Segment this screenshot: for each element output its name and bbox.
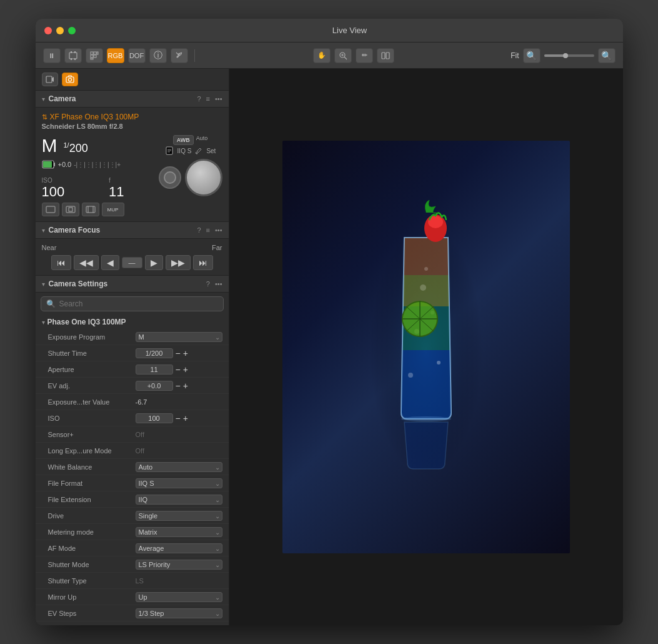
grid-button[interactable]	[86, 48, 103, 63]
zoom-slider[interactable]	[544, 54, 594, 57]
zoom-out-button[interactable]: 🔍	[523, 48, 541, 63]
af-area-btn[interactable]	[62, 203, 79, 216]
rgb-button[interactable]: RGB	[107, 48, 124, 63]
close-button[interactable]	[44, 27, 52, 34]
focus-panel-header[interactable]: ▾ Camera Focus ? ≡ •••	[36, 222, 229, 239]
focus-help-icon[interactable]: ?	[197, 226, 201, 234]
stepper-plus[interactable]: +	[183, 381, 188, 391]
shutter-display: 1/200	[64, 141, 88, 155]
settings-row: ISO100−+	[36, 410, 229, 426]
focus-near-fast-btn[interactable]: ⏭	[193, 255, 213, 270]
camera-chevron-icon: ▾	[42, 96, 45, 103]
focus-section: ▾ Camera Focus ? ≡ ••• Near Far ⏮	[36, 222, 229, 276]
near-far-labels: Near Far	[42, 244, 222, 251]
settings-value: 1/3 Step	[136, 608, 222, 618]
camera-panel-header[interactable]: ▾ Camera ? ≡ •••	[36, 91, 229, 108]
settings-row: AF ModeAverage	[36, 540, 229, 556]
stepper-plus[interactable]: +	[183, 348, 188, 358]
stepper-minus[interactable]: −	[176, 413, 181, 423]
focus-far-step-btn[interactable]: ▶	[145, 255, 163, 270]
stepper-minus[interactable]: −	[176, 381, 181, 391]
focus-chevron-icon: ▾	[42, 227, 45, 234]
stepper-plus[interactable]: +	[183, 365, 188, 375]
svg-point-51	[401, 416, 451, 421]
camera-lens: Schneider LS 80mm f/2.8	[42, 123, 222, 130]
settings-select[interactable]: Auto	[136, 462, 222, 472]
settings-value: 100−+	[136, 413, 222, 423]
stepper-plus[interactable]: +	[183, 413, 188, 423]
stepper-value: 11	[140, 366, 169, 373]
settings-value: M	[136, 332, 222, 342]
settings-select[interactable]: Matrix	[136, 527, 222, 537]
camera-tab[interactable]	[62, 73, 78, 86]
svg-rect-1	[71, 51, 72, 53]
split-view-button[interactable]	[377, 48, 394, 63]
minimize-button[interactable]	[56, 27, 64, 34]
iso-value: 100	[42, 185, 65, 199]
camera-more-icon[interactable]: •••	[215, 95, 222, 103]
settings-select[interactable]: LS Priority	[136, 560, 222, 570]
title-bar: Live View	[36, 19, 623, 43]
focus-far-btn[interactable]: ◀◀	[74, 255, 99, 270]
file-icon	[165, 146, 174, 155]
settings-row: Shutter Time1/200−+	[36, 345, 229, 361]
settings-label: Exposure...ter Value	[48, 398, 136, 406]
settings-value: 11−+	[136, 365, 222, 375]
eyedropper-button[interactable]: ✏	[356, 48, 373, 63]
settings-value: Average	[136, 543, 222, 553]
focus-list-icon[interactable]: ≡	[206, 226, 210, 234]
settings-select[interactable]: Single	[136, 511, 222, 521]
settings-value: IIQ	[136, 495, 222, 505]
hand-tool-button[interactable]: ✋	[313, 48, 331, 63]
focus-far-fast-btn[interactable]: ⏮	[51, 255, 71, 270]
settings-label: ISO	[48, 415, 136, 422]
frame-btn[interactable]	[42, 203, 59, 216]
crop-btn[interactable]	[82, 203, 99, 216]
zoom-in-button[interactable]: 🔍	[598, 48, 616, 63]
window-title: Live View	[86, 26, 614, 35]
device-header[interactable]: ▾ Phase One IQ3 100MP	[36, 315, 229, 329]
settings-select[interactable]: M	[136, 332, 222, 342]
pause-button[interactable]: ⏸	[43, 48, 61, 63]
settings-row: Exposure ProgramM	[36, 329, 229, 345]
mup-btn[interactable]: MUP	[102, 203, 124, 216]
camera-list-icon[interactable]: ≡	[206, 95, 210, 103]
stepper-minus[interactable]: −	[176, 348, 181, 358]
settings-help-icon[interactable]: ?	[206, 280, 210, 288]
stepper-value: +0.0	[140, 382, 169, 390]
settings-more-icon[interactable]: •••	[215, 280, 222, 288]
shutter-button[interactable]	[159, 166, 181, 189]
shutter-dial-row	[159, 159, 222, 196]
stepper-minus[interactable]: −	[176, 365, 181, 375]
fullscreen-button[interactable]	[68, 27, 76, 34]
film-button[interactable]	[64, 48, 82, 63]
settings-section: ▾ Camera Settings ? ••• 🔍 ▾ Phase One IQ…	[36, 276, 229, 625]
tools-button[interactable]	[171, 48, 188, 63]
camera-model[interactable]: XF Phase One IQ3 100MP	[50, 113, 139, 121]
dof-button[interactable]: DOF	[128, 48, 146, 63]
search-input[interactable]	[59, 299, 218, 308]
settings-select[interactable]: IIQ	[136, 495, 222, 505]
ev-scale: -|⋮|⋮|⋮|⋮|⋮|+	[74, 161, 121, 168]
svg-rect-18	[66, 77, 74, 83]
focus-near-step-btn[interactable]: ◀	[101, 255, 119, 270]
control-dial[interactable]	[185, 159, 222, 196]
iso-aperture-row: ISO 100 f 11	[42, 174, 124, 199]
settings-panel-header[interactable]: ▾ Camera Settings ? •••	[36, 276, 229, 293]
settings-select[interactable]: Up	[136, 592, 222, 602]
camera-help-icon[interactable]: ?	[197, 95, 201, 103]
focus-more-icon[interactable]: •••	[215, 226, 222, 234]
settings-select[interactable]: IIQ S	[136, 478, 222, 488]
settings-label: Exposure Program	[48, 333, 136, 341]
focus-near-btn[interactable]: ▶▶	[166, 255, 191, 270]
info-button[interactable]: ⓘ	[149, 48, 167, 63]
settings-select[interactable]: Average	[136, 543, 222, 553]
settings-label: EV Steps	[48, 610, 136, 617]
svg-rect-8	[91, 55, 93, 58]
settings-label: Shutter Time	[48, 350, 136, 357]
settings-select[interactable]: 1/3 Step	[136, 608, 222, 618]
video-tab[interactable]	[42, 73, 58, 86]
settings-value: 1/200−+	[136, 348, 222, 358]
zoom-tool-button[interactable]	[334, 48, 352, 63]
sidebar-tab-bar	[36, 69, 229, 91]
